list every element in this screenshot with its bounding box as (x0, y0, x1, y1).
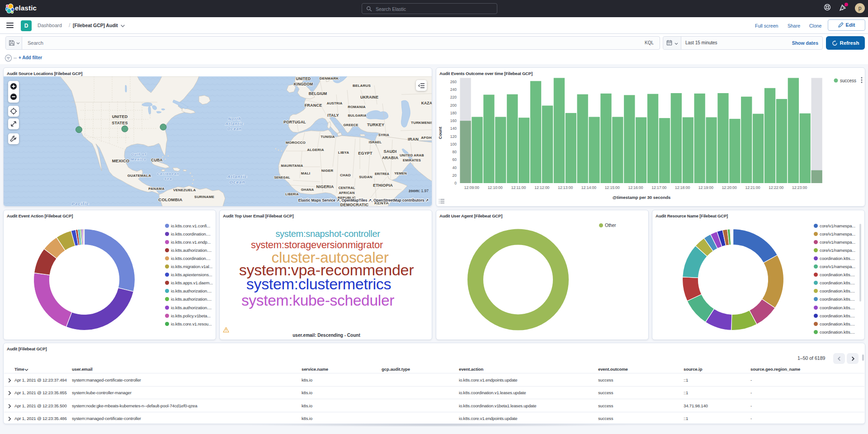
svg-text:EMIRATES: EMIRATES (403, 158, 421, 162)
svg-text:LIBERIA: LIBERIA (285, 193, 298, 196)
svg-text:ARABIA: ARABIA (382, 156, 398, 160)
svg-text:20: 20 (453, 173, 457, 178)
svg-text:160: 160 (450, 118, 457, 123)
svg-text:SAUDI: SAUDI (383, 149, 396, 154)
svg-text:BELGIUM: BELGIUM (309, 91, 327, 96)
svg-text:AFRICAN: AFRICAN (339, 191, 354, 195)
svg-text:80: 80 (453, 150, 457, 154)
svg-text:Atlantic: Atlantic (225, 122, 244, 126)
svg-text:UNITED ARAB: UNITED ARAB (400, 153, 424, 157)
svg-text:12:21:00: 12:21:00 (745, 185, 760, 190)
svg-text:ALGERIA: ALGERIA (307, 148, 324, 152)
svg-text:Ocean: Ocean (229, 179, 245, 184)
svg-text:UKRAINE: UKRAINE (360, 95, 378, 99)
svg-text:12:11:00: 12:11:00 (511, 185, 526, 190)
svg-text:AFGHA: AFGHA (421, 136, 432, 140)
svg-text:PANAMA: PANAMA (148, 187, 165, 191)
svg-text:EGYPT: EGYPT (358, 151, 373, 156)
svg-text:260: 260 (450, 80, 457, 84)
svg-text:GHANA: GHANA (301, 188, 314, 192)
svg-text:LIBYA: LIBYA (338, 151, 349, 155)
svg-text:Caribbean: Caribbean (157, 172, 179, 176)
svg-text:Elastic Maps Service ↗, OpenMa: Elastic Maps Service ↗, OpenMapTiles ↗, … (298, 198, 429, 203)
svg-text:12:19:00: 12:19:00 (698, 185, 713, 190)
svg-text:GREECE: GREECE (344, 123, 359, 127)
svg-text:BULGARIA: BULGARIA (348, 113, 367, 118)
svg-text:TUNISIA: TUNISIA (321, 135, 335, 139)
svg-text:Count: Count (438, 126, 443, 139)
svg-text:MALI: MALI (301, 171, 310, 175)
svg-text:FRANCE: FRANCE (305, 103, 322, 108)
svg-text:SURINAME: SURINAME (194, 195, 215, 199)
svg-text:SYRIA: SYRIA (378, 133, 389, 137)
svg-text:BELARUS: BELARUS (353, 84, 371, 88)
svg-text:180: 180 (450, 111, 457, 115)
svg-text:DENMARK: DENMARK (320, 76, 339, 80)
svg-text:ETHIOPIA: ETHIOPIA (373, 183, 393, 188)
svg-text:VENEZUELA: VENEZUELA (173, 188, 196, 192)
svg-text:STATES: STATES (112, 121, 127, 125)
svg-text:North: North (228, 117, 241, 121)
svg-text:COLOMBIA: COLOMBIA (158, 197, 182, 202)
svg-text:12:17:00: 12:17:00 (651, 185, 666, 190)
svg-text:UNITED: UNITED (112, 114, 128, 119)
svg-text:60: 60 (453, 157, 457, 162)
svg-text:ERITREA: ERITREA (375, 172, 389, 175)
svg-text:12:22:00: 12:22:00 (769, 185, 783, 190)
svg-text:PORTUGAL: PORTUGAL (283, 120, 306, 124)
svg-text:TURKEY: TURKEY (367, 123, 384, 127)
svg-text:12:09:00: 12:09:00 (464, 185, 479, 190)
svg-text:Gulf of: Gulf of (131, 152, 146, 156)
svg-text:12:12:00: 12:12:00 (534, 185, 549, 190)
svg-text:CENTRAL: CENTRAL (338, 186, 355, 190)
svg-text:success: success (840, 78, 856, 83)
svg-text:MEXICO: MEXICO (112, 158, 130, 163)
svg-text:DEMOCRATIC: DEMOCRATIC (340, 203, 369, 207)
svg-text:ITALY: ITALY (327, 113, 339, 118)
svg-text:120: 120 (450, 134, 457, 139)
svg-text:Atlantic: Atlantic (227, 174, 247, 179)
svg-text:240: 240 (450, 87, 457, 92)
svg-text:CUBA: CUBA (151, 158, 162, 162)
svg-text:12:15:00: 12:15:00 (605, 185, 620, 190)
svg-text:220: 220 (450, 95, 457, 99)
svg-text:KAZAK: KAZAK (421, 101, 432, 105)
svg-text:Ocean: Ocean (227, 127, 242, 131)
svg-text:12:13:00: 12:13:00 (558, 185, 573, 190)
svg-text:0: 0 (454, 181, 457, 185)
svg-text:zoom: 1.97: zoom: 1.97 (409, 189, 429, 193)
svg-text:GUATEMALA: GUATEMALA (127, 174, 151, 178)
svg-text:Pacific: Pacific (71, 201, 89, 206)
svg-text:ISRAEL: ISRAEL (369, 140, 382, 144)
svg-text:YEMEN: YEMEN (394, 171, 407, 175)
svg-text:12:16:00: 12:16:00 (628, 185, 643, 190)
svg-text:140: 140 (450, 126, 457, 131)
svg-text:MOROCCO: MOROCCO (286, 141, 306, 145)
svg-text:100: 100 (450, 142, 457, 146)
svg-text:MAURITANIA: MAURITANIA (281, 164, 303, 168)
svg-text:CHAD: CHAD (340, 173, 351, 177)
svg-text:12:20:00: 12:20:00 (722, 185, 737, 190)
svg-text:NIGERIA: NIGERIA (316, 184, 334, 189)
svg-text:Mexico: Mexico (131, 157, 146, 161)
svg-text:TURKMENISTA: TURKMENISTA (411, 121, 432, 125)
svg-text:12:18:00: 12:18:00 (675, 185, 690, 190)
svg-text:UNITED: UNITED (296, 76, 311, 81)
svg-text:12:23:00: 12:23:00 (792, 185, 807, 190)
svg-text:ROMANIA: ROMANIA (348, 105, 366, 109)
svg-text:@timestamp per 30 seconds: @timestamp per 30 seconds (613, 195, 671, 200)
svg-text:Sea: Sea (164, 177, 172, 181)
svg-text:AUSTRIA: AUSTRIA (327, 101, 343, 105)
svg-text:SENEGAL: SENEGAL (274, 176, 290, 179)
svg-text:NIGER: NIGER (321, 169, 333, 173)
svg-text:SUDAN: SUDAN (359, 175, 372, 179)
svg-text:40: 40 (453, 165, 457, 170)
svg-text:12:14:00: 12:14:00 (581, 185, 596, 190)
svg-text:200: 200 (450, 103, 457, 108)
svg-text:IRAN: IRAN (408, 137, 419, 142)
svg-text:12:10:00: 12:10:00 (488, 185, 503, 190)
svg-text:KINGDOM: KINGDOM (294, 82, 313, 86)
